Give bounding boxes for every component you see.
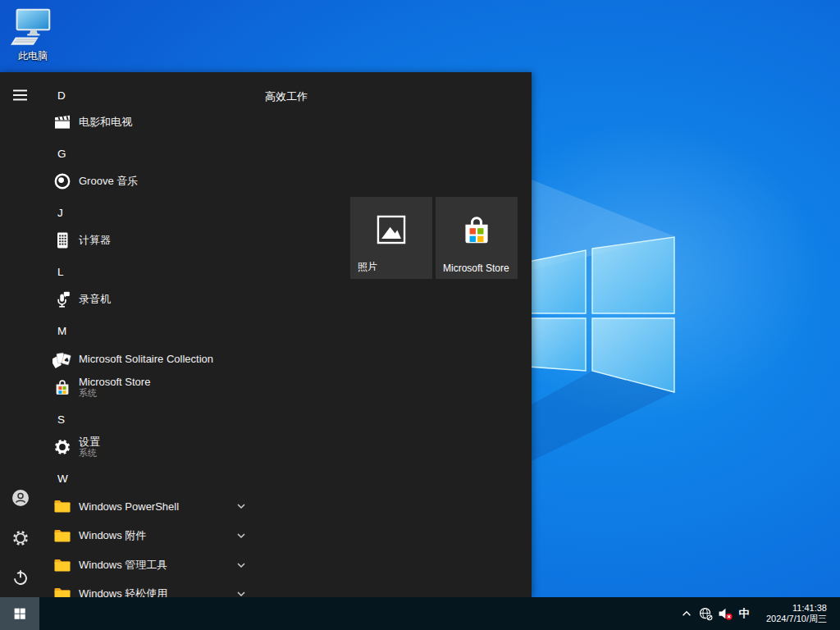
app-list-section-l[interactable]: L bbox=[0, 256, 266, 287]
app-item-movies-tv[interactable]: 电影和电视 bbox=[0, 108, 266, 136]
groove-icon bbox=[52, 171, 72, 191]
app-item-label: Microsoft Solitaire Collection bbox=[79, 353, 213, 365]
section-letter: G bbox=[57, 148, 66, 160]
chevron-down-icon[interactable] bbox=[235, 529, 248, 542]
tray-expand-button[interactable] bbox=[678, 597, 696, 630]
start-button[interactable] bbox=[0, 597, 39, 630]
folder-icon bbox=[52, 555, 72, 575]
app-list-section-j[interactable]: J bbox=[0, 197, 266, 228]
folder-icon bbox=[52, 584, 72, 597]
section-letter: J bbox=[57, 207, 63, 219]
volume-tray-button[interactable] bbox=[715, 597, 735, 630]
clock[interactable]: 11:41:38 2024/7/10/周三 bbox=[748, 597, 827, 630]
calculator-icon bbox=[52, 231, 72, 250]
app-item-label: Microsoft Store bbox=[79, 376, 150, 388]
chevron-down-icon[interactable] bbox=[235, 500, 248, 513]
app-item-sublabel: 系统 bbox=[79, 388, 150, 399]
solitaire-icon: ♠ bbox=[52, 349, 72, 368]
clock-date: 2024/7/10/周三 bbox=[748, 614, 827, 625]
screen: 此电脑 D电影和电视GGroove 音乐J计算器L录音机M♠Microsoft … bbox=[0, 0, 840, 630]
taskbar: 中 11:41:38 2024/7/10/周三 bbox=[0, 597, 840, 630]
app-item-settings[interactable]: 设置系统 bbox=[0, 428, 266, 466]
desktop-icon-label: 此电脑 bbox=[7, 49, 59, 63]
section-letter: S bbox=[57, 413, 65, 426]
this-pc-icon bbox=[11, 8, 55, 48]
store-icon bbox=[52, 377, 72, 397]
tile-group: 照片Microsoft Store bbox=[350, 197, 521, 281]
app-item-text: 设置系统 bbox=[79, 436, 100, 459]
tile-label: 照片 bbox=[358, 260, 377, 274]
section-letter: W bbox=[57, 472, 68, 485]
start-menu: D电影和电视GGroove 音乐J计算器L录音机M♠Microsoft Soli… bbox=[0, 72, 532, 597]
app-list-section-w[interactable]: W bbox=[0, 463, 266, 494]
folder-item-label: Windows 管理工具 bbox=[79, 558, 167, 573]
chevron-down-icon[interactable] bbox=[235, 587, 248, 597]
app-list-section-g[interactable]: G bbox=[0, 138, 266, 169]
folder-icon bbox=[52, 496, 72, 516]
folder-item-windows-admin-tools[interactable]: Windows 管理工具 bbox=[0, 551, 266, 579]
clock-time: 11:41:38 bbox=[748, 603, 827, 614]
folder-item-label: Windows 轻松使用 bbox=[79, 587, 167, 597]
folder-item-windows-powershell[interactable]: Windows PowerShell bbox=[0, 492, 266, 520]
section-letter: M bbox=[57, 325, 66, 337]
tile-label: Microsoft Store bbox=[443, 262, 509, 274]
movies-tv-icon bbox=[52, 112, 72, 132]
app-item-groove-music[interactable]: Groove 音乐 bbox=[0, 167, 266, 195]
tile-group-title: 高效工作 bbox=[265, 89, 308, 104]
gear-filled-icon bbox=[52, 437, 72, 457]
app-item-label: 设置 bbox=[79, 436, 100, 448]
app-item-label: 计算器 bbox=[79, 233, 111, 248]
app-item-label: 电影和电视 bbox=[79, 115, 132, 130]
network-tray-button[interactable] bbox=[696, 597, 715, 630]
section-letter: D bbox=[57, 89, 66, 102]
store-tile-icon bbox=[459, 212, 495, 248]
photos-icon bbox=[373, 212, 409, 248]
folder-icon bbox=[52, 526, 72, 546]
app-item-label: Groove 音乐 bbox=[79, 174, 138, 189]
tile-photos[interactable]: 照片 bbox=[350, 197, 432, 279]
app-item-voice-recorder[interactable]: 录音机 bbox=[0, 285, 266, 313]
app-item-microsoft-store[interactable]: Microsoft Store系统 bbox=[0, 368, 266, 406]
app-item-calculator[interactable]: 计算器 bbox=[0, 226, 266, 254]
chevron-down-icon[interactable] bbox=[235, 559, 248, 572]
app-list-section-d[interactable]: D bbox=[0, 80, 266, 111]
app-list-section-m[interactable]: M bbox=[0, 315, 266, 346]
tile-microsoft-store[interactable]: Microsoft Store bbox=[436, 197, 518, 279]
section-letter: L bbox=[57, 266, 64, 278]
start-app-list: D电影和电视GGroove 音乐J计算器L录音机M♠Microsoft Soli… bbox=[0, 72, 266, 597]
app-item-label: 录音机 bbox=[79, 292, 111, 307]
folder-item-label: Windows PowerShell bbox=[79, 500, 179, 513]
app-item-sublabel: 系统 bbox=[79, 448, 100, 459]
recorder-icon bbox=[52, 290, 72, 309]
svg-text:♠: ♠ bbox=[62, 356, 70, 365]
desktop-icon-this-pc[interactable]: 此电脑 bbox=[7, 8, 59, 63]
folder-item-windows-accessories[interactable]: Windows 附件 bbox=[0, 522, 266, 550]
folder-item-windows-ease-of-access[interactable]: Windows 轻松使用 bbox=[0, 580, 266, 597]
app-item-text: Microsoft Store系统 bbox=[79, 376, 150, 399]
folder-item-label: Windows 附件 bbox=[79, 528, 146, 543]
